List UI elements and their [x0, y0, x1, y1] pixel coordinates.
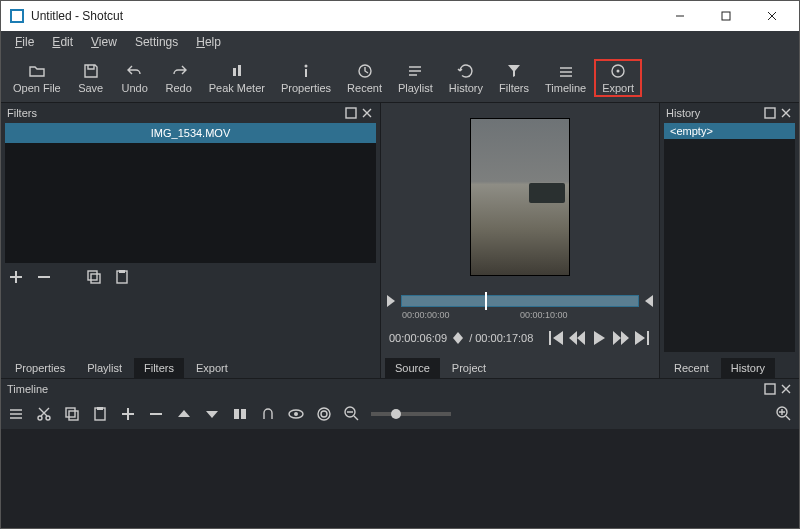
- svg-rect-16: [91, 274, 100, 283]
- minimize-button[interactable]: [657, 1, 703, 31]
- history-close-icon[interactable]: [779, 106, 793, 120]
- play-button[interactable]: [591, 331, 607, 345]
- rewind-button[interactable]: [569, 331, 585, 345]
- svg-rect-29: [241, 409, 246, 419]
- history-panel: History <empty> Recent History: [659, 103, 799, 378]
- timeline-close-icon[interactable]: [779, 382, 793, 396]
- playlist-button[interactable]: Playlist: [390, 60, 441, 96]
- svg-point-8: [305, 64, 308, 67]
- menu-help[interactable]: Help: [188, 33, 229, 51]
- properties-button[interactable]: Properties: [273, 60, 339, 96]
- timeline-panel: Timeline: [1, 378, 799, 528]
- svg-point-31: [294, 412, 298, 416]
- scrub-track[interactable]: 00:00:00:00 00:00:10:00: [401, 295, 639, 307]
- time-spinner[interactable]: [453, 332, 463, 344]
- svg-rect-3: [722, 12, 730, 20]
- filters-panel: Filters IMG_1534.MOV Properties Playlist…: [1, 103, 381, 378]
- menu-view[interactable]: View: [83, 33, 125, 51]
- skip-next-button[interactable]: [635, 331, 651, 345]
- openfile-button[interactable]: Open File: [5, 60, 69, 96]
- undo-icon: [126, 62, 144, 80]
- panel-float-icon[interactable]: [344, 106, 358, 120]
- timeline-float-icon[interactable]: [763, 382, 777, 396]
- timeline-icon: [557, 62, 575, 80]
- paste-icon[interactable]: [91, 405, 109, 423]
- window-title: Untitled - Shotcut: [31, 9, 657, 23]
- info-icon: [297, 62, 315, 80]
- menu-edit[interactable]: Edit: [44, 33, 81, 51]
- filters-header: Filters: [1, 103, 380, 123]
- total-time: / 00:00:17:08: [469, 332, 533, 344]
- remove-filter-button[interactable]: [35, 268, 53, 286]
- save-button[interactable]: Save: [69, 60, 113, 96]
- maximize-button[interactable]: [703, 1, 749, 31]
- in-point-icon[interactable]: [387, 295, 397, 307]
- folder-open-icon: [28, 62, 46, 80]
- tab-export[interactable]: Export: [186, 358, 238, 378]
- filters-button[interactable]: Filters: [491, 60, 537, 96]
- playhead[interactable]: [485, 292, 487, 310]
- tab-filters[interactable]: Filters: [134, 358, 184, 378]
- scrub-icon[interactable]: [287, 405, 305, 423]
- recent-button[interactable]: Recent: [339, 60, 390, 96]
- timeline-title: Timeline: [7, 383, 48, 395]
- left-tabs: Properties Playlist Filters Export: [1, 352, 380, 378]
- tab-project[interactable]: Project: [442, 358, 496, 378]
- lift-icon[interactable]: [175, 405, 193, 423]
- snap-icon[interactable]: [259, 405, 277, 423]
- close-button[interactable]: [749, 1, 795, 31]
- cut-icon[interactable]: [35, 405, 53, 423]
- history-tabs: Recent History: [660, 352, 799, 378]
- content-area: Filters IMG_1534.MOV Properties Playlist…: [1, 103, 799, 378]
- file-list: IMG_1534.MOV: [5, 123, 376, 263]
- history-button[interactable]: History: [441, 60, 491, 96]
- ripple-icon[interactable]: [315, 405, 333, 423]
- tab-playlist[interactable]: Playlist: [77, 358, 132, 378]
- split-icon[interactable]: [231, 405, 249, 423]
- zoom-out-icon[interactable]: [343, 405, 361, 423]
- file-item[interactable]: IMG_1534.MOV: [5, 123, 376, 143]
- menu-file[interactable]: File: [7, 33, 42, 51]
- svg-rect-18: [119, 270, 125, 273]
- svg-rect-27: [150, 413, 162, 415]
- history-empty[interactable]: <empty>: [664, 123, 795, 139]
- copy-filter-button[interactable]: [85, 268, 103, 286]
- append-icon[interactable]: [119, 405, 137, 423]
- timeline-menu-icon[interactable]: [7, 405, 25, 423]
- playlist-icon: [406, 62, 424, 80]
- forward-button[interactable]: [613, 331, 629, 345]
- copy-icon[interactable]: [63, 405, 81, 423]
- timeline-button[interactable]: Timeline: [537, 60, 594, 96]
- zoom-handle[interactable]: [391, 409, 401, 419]
- paste-filter-button[interactable]: [113, 268, 131, 286]
- tab-history[interactable]: History: [721, 358, 775, 378]
- menu-settings[interactable]: Settings: [127, 33, 186, 51]
- time-ticks: 00:00:00:00 00:00:10:00: [402, 310, 638, 320]
- tab-properties[interactable]: Properties: [5, 358, 75, 378]
- panel-close-icon[interactable]: [360, 106, 374, 120]
- app-window: Untitled - Shotcut File Edit View Settin…: [0, 0, 800, 529]
- tick-mid: 00:00:10:00: [520, 310, 568, 320]
- skip-prev-button[interactable]: [547, 331, 563, 345]
- video-preview[interactable]: [470, 118, 570, 276]
- zoom-slider[interactable]: [371, 412, 451, 416]
- redo-button[interactable]: Redo: [157, 60, 201, 96]
- tab-source[interactable]: Source: [385, 358, 440, 378]
- tab-recent[interactable]: Recent: [664, 358, 719, 378]
- remove-icon[interactable]: [147, 405, 165, 423]
- undo-button[interactable]: Undo: [113, 60, 157, 96]
- peakmeter-button[interactable]: Peak Meter: [201, 60, 273, 96]
- funnel-icon: [505, 62, 523, 80]
- export-button[interactable]: Export: [594, 59, 642, 97]
- add-filter-button[interactable]: [7, 268, 25, 286]
- save-icon: [82, 62, 100, 80]
- svg-rect-24: [69, 411, 78, 420]
- svg-point-33: [318, 408, 330, 420]
- svg-rect-20: [765, 384, 775, 394]
- svg-point-22: [46, 416, 50, 420]
- timeline-tracks[interactable]: [1, 429, 799, 528]
- history-float-icon[interactable]: [763, 106, 777, 120]
- out-point-icon[interactable]: [643, 295, 653, 307]
- zoom-in-icon[interactable]: [775, 405, 793, 423]
- overwrite-icon[interactable]: [203, 405, 221, 423]
